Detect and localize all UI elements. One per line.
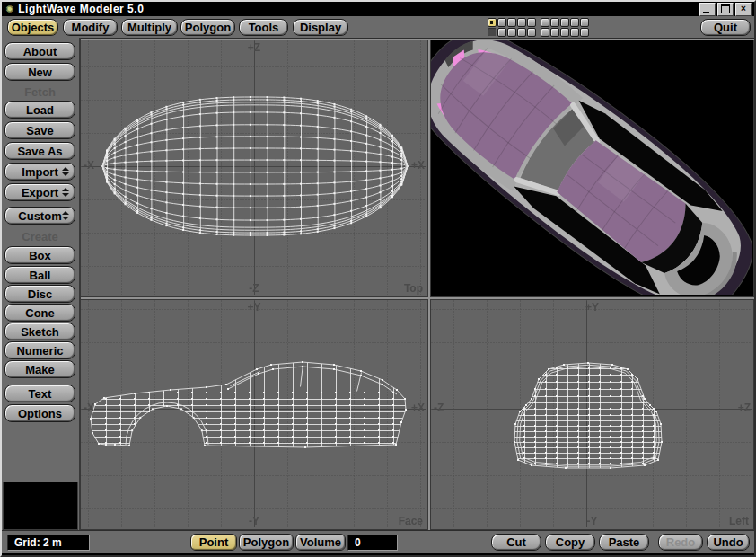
viewport-area: +Z -X +X -Z Top bbox=[79, 38, 754, 530]
layer-10 bbox=[580, 18, 589, 38]
viewport-face-canvas[interactable] bbox=[81, 300, 426, 527]
layer-5-bg-button[interactable] bbox=[527, 28, 536, 37]
axis-label-top: +Y bbox=[81, 301, 427, 314]
layer-6-fg-button[interactable] bbox=[541, 18, 549, 27]
sidebar-item-make[interactable]: Make bbox=[4, 360, 75, 378]
sidebar-item-numeric[interactable]: Numeric bbox=[4, 341, 75, 359]
sidebar-item-export[interactable]: Export bbox=[4, 183, 75, 201]
layer-7 bbox=[550, 18, 559, 38]
sidebar-item-create: Create bbox=[4, 230, 75, 243]
axis-label-right: +Z bbox=[738, 402, 751, 414]
sidebar-item-load[interactable]: Load bbox=[4, 101, 75, 119]
layer-5 bbox=[527, 18, 536, 38]
menu-tabbar: Objects Modify Multiply Polygon Tools Di… bbox=[2, 16, 754, 39]
quit-button[interactable]: Quit bbox=[700, 19, 751, 36]
sidebar-item-fetch: Fetch bbox=[4, 85, 75, 99]
axis-label-top: +Y bbox=[431, 301, 753, 314]
app-window: ✺ LightWave Modeler 5.0 × Objects Modify… bbox=[0, 0, 756, 557]
layer-4 bbox=[517, 18, 526, 38]
preview-car[interactable] bbox=[431, 40, 752, 295]
selection-count: 0 bbox=[347, 535, 398, 551]
layer-10-bg-button[interactable] bbox=[580, 28, 589, 37]
layer-1-fg-button[interactable] bbox=[488, 18, 497, 27]
layer-2-fg-button[interactable] bbox=[497, 18, 506, 27]
axis-label-top: +Z bbox=[81, 41, 427, 54]
viewport-preview bbox=[430, 40, 754, 297]
axis-label-left: -Z bbox=[434, 402, 444, 414]
layer-3-fg-button[interactable] bbox=[507, 18, 516, 27]
tab-multiply[interactable]: Multiply bbox=[121, 19, 178, 36]
layer-9-bg-button[interactable] bbox=[570, 28, 579, 37]
minimize-icon bbox=[703, 12, 709, 13]
maximize-button[interactable] bbox=[717, 3, 734, 16]
sidebar-item-disc[interactable]: Disc bbox=[4, 285, 75, 303]
layer-2-bg-button[interactable] bbox=[497, 28, 506, 37]
mode-volume-button[interactable]: Volume bbox=[295, 534, 346, 551]
sidebar-item-options[interactable]: Options bbox=[4, 404, 75, 422]
layer-8-fg-button[interactable] bbox=[560, 18, 569, 27]
axis-label-right: +X bbox=[411, 159, 425, 172]
layer-8 bbox=[560, 18, 569, 38]
app-icon: ✺ bbox=[5, 4, 13, 14]
layer-3-bg-button[interactable] bbox=[507, 28, 516, 37]
layer-6-bg-button[interactable] bbox=[541, 28, 549, 37]
sidebar-item-ball[interactable]: Ball bbox=[4, 266, 75, 284]
axis-label-bottom: -Z bbox=[81, 282, 427, 295]
close-icon: × bbox=[741, 4, 746, 13]
sidebar-item-import[interactable]: Import bbox=[4, 163, 75, 181]
updown-arrows-icon bbox=[62, 188, 69, 197]
tab-modify[interactable]: Modify bbox=[63, 19, 118, 36]
sidebar-item-save-as[interactable]: Save As bbox=[4, 142, 75, 160]
updown-arrows-icon bbox=[62, 167, 69, 176]
sidebar-item-cone[interactable]: Cone bbox=[4, 304, 75, 322]
viewport-name: Left bbox=[729, 515, 749, 527]
titlebar: ✺ LightWave Modeler 5.0 × bbox=[2, 2, 754, 16]
mode-polygon-button[interactable]: Polygon bbox=[239, 534, 294, 551]
viewport-name: Top bbox=[404, 282, 423, 295]
redo-button[interactable]: Redo bbox=[658, 534, 703, 551]
layer-9-fg-button[interactable] bbox=[570, 18, 579, 27]
tab-tools[interactable]: Tools bbox=[239, 19, 288, 36]
minimize-button[interactable] bbox=[699, 3, 716, 16]
layer-5-fg-button[interactable] bbox=[527, 18, 536, 27]
layer-7-bg-button[interactable] bbox=[550, 28, 559, 37]
tab-polygon[interactable]: Polygon bbox=[180, 19, 235, 36]
layer-9 bbox=[570, 18, 579, 38]
viewport-left-canvas[interactable] bbox=[431, 300, 752, 527]
tab-display[interactable]: Display bbox=[293, 19, 348, 36]
layer-4-fg-button[interactable] bbox=[517, 18, 526, 27]
layer-7-fg-button[interactable] bbox=[550, 18, 559, 27]
layer-1 bbox=[488, 18, 497, 38]
layer-1-bg-button[interactable] bbox=[488, 28, 497, 37]
layer-10-fg-button[interactable] bbox=[580, 18, 589, 27]
sidebar-item-text[interactable]: Text bbox=[4, 385, 75, 402]
sidebar: About New Fetch Load Save Save As Import… bbox=[2, 38, 81, 530]
sidebar-item-box[interactable]: Box bbox=[4, 246, 75, 264]
axis-label-bottom: -Y bbox=[431, 515, 753, 527]
close-button[interactable]: × bbox=[735, 3, 752, 16]
window-controls: × bbox=[699, 3, 752, 16]
grid-size-display: Grid: 2 m bbox=[7, 535, 90, 551]
sidebar-item-save[interactable]: Save bbox=[4, 121, 75, 139]
cut-button[interactable]: Cut bbox=[491, 534, 541, 551]
updown-arrows-icon bbox=[62, 211, 69, 220]
layer-6 bbox=[541, 18, 549, 38]
layer-4-bg-button[interactable] bbox=[517, 28, 526, 37]
layer-preview-box bbox=[3, 482, 78, 530]
sidebar-item-about[interactable]: About bbox=[4, 42, 75, 60]
layer-8-bg-button[interactable] bbox=[560, 28, 569, 37]
viewport-top: +Z -X +X -Z Top bbox=[80, 40, 428, 297]
axis-label-left: -X bbox=[84, 159, 94, 172]
layer-3 bbox=[507, 18, 516, 38]
viewport-top-canvas[interactable] bbox=[81, 40, 426, 295]
tab-objects[interactable]: Objects bbox=[7, 19, 58, 36]
sidebar-item-export-label: Export bbox=[22, 186, 58, 199]
sidebar-item-custom[interactable]: Custom bbox=[4, 207, 75, 225]
sidebar-item-sketch[interactable]: Sketch bbox=[4, 323, 75, 340]
sidebar-item-new[interactable]: New bbox=[4, 63, 75, 81]
statusbar: Grid: 2 m Point Polygon Volume 0 Cut Cop… bbox=[2, 530, 754, 553]
mode-point-button[interactable]: Point bbox=[190, 534, 237, 551]
paste-button[interactable]: Paste bbox=[599, 534, 649, 551]
undo-button[interactable]: Undo bbox=[707, 534, 750, 551]
copy-button[interactable]: Copy bbox=[545, 534, 595, 551]
